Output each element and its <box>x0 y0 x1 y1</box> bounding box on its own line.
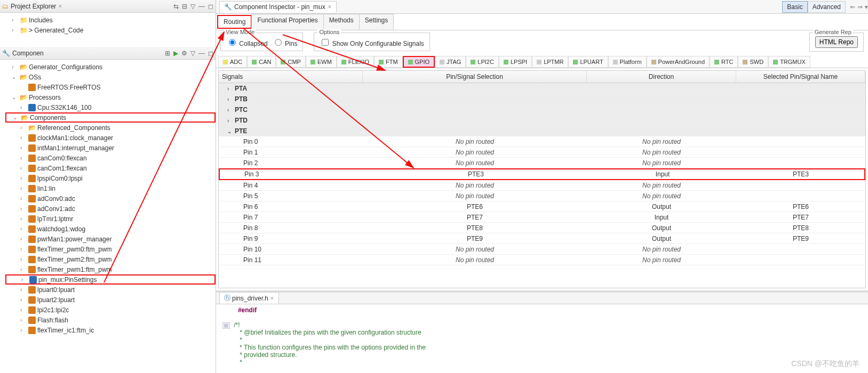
tree-item[interactable]: ⌄📂Processors <box>5 92 216 102</box>
filter-lpuart[interactable]: LPUART <box>568 56 608 68</box>
run-icon[interactable]: ▶ <box>173 50 178 57</box>
tree-item[interactable]: ›lpuart2:lpuart <box>5 295 216 305</box>
pin-row[interactable]: Pin 6PTE6OutputPTE6 <box>219 201 865 212</box>
tree-item[interactable]: ›canCom1:flexcan <box>5 163 216 173</box>
tree-item[interactable]: ›flexTimer_pwm2:ftm_pwm <box>5 254 216 264</box>
filter-platform[interactable]: Platform <box>608 56 647 68</box>
tree-item[interactable]: ⌄📂Components <box>5 112 216 123</box>
pin-row[interactable]: Pin 9PTE9OutputPTE9 <box>219 233 865 244</box>
radio-collapsed[interactable]: Collapsed <box>226 37 268 47</box>
pin-row[interactable]: Pin 5No pin routedNo pin routed <box>219 191 865 201</box>
filter-trgmux[interactable]: TRGMUX <box>768 56 810 68</box>
subtab-settings[interactable]: Settings <box>359 14 394 30</box>
maximize-icon[interactable]: ◻ <box>208 3 213 10</box>
signal-group[interactable]: ›PTB <box>219 94 865 104</box>
filter-powerandground[interactable]: PowerAndGround <box>647 56 710 68</box>
pin-row[interactable]: Pin 10No pin routedNo pin routed <box>219 244 865 255</box>
signal-group[interactable]: ›PTA <box>219 83 865 94</box>
editor-filename: pins_driver.h <box>232 295 268 302</box>
filter-ewm[interactable]: EWM <box>306 56 337 68</box>
generate-report-group: Generate Rep HTML Repo <box>809 33 864 52</box>
filter-adc[interactable]: ADC <box>218 56 247 68</box>
tree-item[interactable]: ›lpspiCom0:lpspi <box>5 173 216 183</box>
filter-jtag[interactable]: JTAG <box>435 56 466 68</box>
radio-pins[interactable]: Pins <box>272 37 298 47</box>
pin-row[interactable]: Pin 3PTE3InputPTE3 <box>219 168 865 180</box>
chk-show-only[interactable]: Show Only Configurable Signals <box>320 40 424 47</box>
pin-row[interactable]: Pin 11No pin routedNo pin routed <box>219 255 865 265</box>
signal-group[interactable]: ›PTD <box>219 115 865 126</box>
tree-item[interactable]: ›clockMan1:clock_manager <box>5 133 216 143</box>
filter-gpio[interactable]: GPIO <box>403 56 435 68</box>
tree-item[interactable]: ⌄📂OSs <box>5 72 216 82</box>
tree-item[interactable]: ›watchdog1:wdog <box>5 224 216 234</box>
filter-ftm[interactable]: FTM <box>374 56 403 68</box>
tree-item[interactable]: ›pin_mux:PinSettings <box>5 274 216 285</box>
nav-back-icon[interactable]: ⇐ <box>850 3 855 11</box>
maximize-icon[interactable]: ◻ <box>208 50 213 57</box>
filter-can[interactable]: CAN <box>247 56 276 68</box>
inspector-tab[interactable]: 🔧 Component Inspector - pin_mux ✕ <box>219 1 337 12</box>
minimize-icon[interactable]: — <box>198 50 205 57</box>
filter-swd[interactable]: SWD <box>738 56 768 68</box>
filter-flexio[interactable]: FLEXIO <box>337 56 374 68</box>
tree-item[interactable]: ›adConv0:adc <box>5 193 216 204</box>
signal-group[interactable]: ›PTC <box>219 104 865 115</box>
code-editor[interactable]: #endif ⊟ /*! * @brief Initializes the pi… <box>216 304 868 373</box>
collapse-icon[interactable]: ⊟ <box>182 3 187 10</box>
tree-item[interactable]: ›pwrMan1:power_manager <box>5 234 216 244</box>
filter-rtc[interactable]: RTC <box>710 56 738 68</box>
view-menu-icon[interactable]: ▽ <box>190 50 195 57</box>
gear-icon[interactable]: ⚙ <box>181 50 187 57</box>
tree-item[interactable]: ›intMan1:interrupt_manager <box>5 143 216 153</box>
tree-item[interactable]: ›canCom0:flexcan <box>5 153 216 163</box>
project-explorer-header: 🗂 Project Explorer ✕ ⇆ ⊟ ▽ — ◻ <box>0 0 216 13</box>
tree-item[interactable]: ›lpuart0:lpuart <box>5 285 216 295</box>
tree-item[interactable]: ›📂Referenced_Components <box>5 123 216 133</box>
tree-item[interactable]: ›flexTimer_pwm1:ftm_pwm <box>5 264 216 274</box>
tree-item[interactable]: ›lin1:lin <box>5 183 216 193</box>
tree-item[interactable]: ›flexTimer_ic1:ftm_ic <box>5 325 216 335</box>
tree-item[interactable]: ›lpi2c1:lpi2c <box>5 305 216 315</box>
mode-basic[interactable]: Basic <box>782 1 807 13</box>
tree-item[interactable]: FreeRTOS:FreeRTOS <box>5 82 216 92</box>
pin-row[interactable]: Pin 8PTE8OutputPTE8 <box>219 223 865 233</box>
mode-advanced[interactable]: Advanced <box>808 1 846 13</box>
pin-row[interactable]: Pin 2No pin routedNo pin routed <box>219 158 865 168</box>
signals-table[interactable]: Signals Pin/Signal Selection Direction S… <box>218 70 866 288</box>
subtab-methods[interactable]: Methods <box>323 14 360 30</box>
filter-lptmr[interactable]: LPTMR <box>532 56 568 68</box>
tree-item[interactable]: ›lpTmr1:lptmr <box>5 214 216 224</box>
tree-item-includes[interactable]: ›📁Includes <box>5 15 216 25</box>
nav-fwd-icon[interactable]: ⇒ <box>857 3 863 11</box>
pin-row[interactable]: Pin 7PTE7InputPTE7 <box>219 212 865 223</box>
filter-icon[interactable]: ⊞ <box>165 50 170 57</box>
components-tree[interactable]: ›📂Generator_Configurations⌄📂OSsFreeRTOS:… <box>0 60 216 373</box>
table-header: Signals Pin/Signal Selection Direction S… <box>219 71 865 83</box>
close-icon[interactable]: ✕ <box>328 4 332 10</box>
signal-group[interactable]: ⌄PTE <box>219 126 865 136</box>
filter-lpspi[interactable]: LPSPI <box>499 56 532 68</box>
html-report-button[interactable]: HTML Repo <box>815 36 858 48</box>
pin-row[interactable]: Pin 0No pin routedNo pin routed <box>219 136 865 147</box>
pin-row[interactable]: Pin 4No pin routedNo pin routed <box>219 180 865 191</box>
tree-item[interactable]: ›Flash:flash <box>5 315 216 325</box>
minimize-icon[interactable]: — <box>198 3 205 10</box>
subtab-routing[interactable]: Routing <box>217 15 252 29</box>
filter-lpi2c[interactable]: LPI2C <box>466 56 499 68</box>
tree-item-generated-code[interactable]: ›📁> Generated_Code <box>5 25 216 35</box>
close-icon[interactable]: ✕ <box>270 296 274 301</box>
nav-menu-icon[interactable]: ▾ <box>865 3 868 11</box>
editor-tab[interactable]: ⓗ pins_driver.h ✕ <box>219 292 279 304</box>
tree-item[interactable]: ›flexTimer_pwm0:ftm_pwm <box>5 244 216 254</box>
subtab-functional-properties[interactable]: Functional Properties <box>251 14 323 30</box>
pin-row[interactable]: Pin 1No pin routedNo pin routed <box>219 147 865 158</box>
filter-cmp[interactable]: CMP <box>276 56 305 68</box>
tree-item[interactable]: ›Cpu:S32K146_100 <box>5 102 216 112</box>
view-menu-icon[interactable]: ▽ <box>190 3 195 10</box>
tree-item[interactable]: ›adConv1:adc <box>5 204 216 214</box>
project-explorer-title: Project Explorer <box>11 3 56 10</box>
col-signals: Signals <box>219 71 363 83</box>
link-icon[interactable]: ⇆ <box>173 3 179 10</box>
tree-item[interactable]: ›📂Generator_Configurations <box>5 62 216 72</box>
